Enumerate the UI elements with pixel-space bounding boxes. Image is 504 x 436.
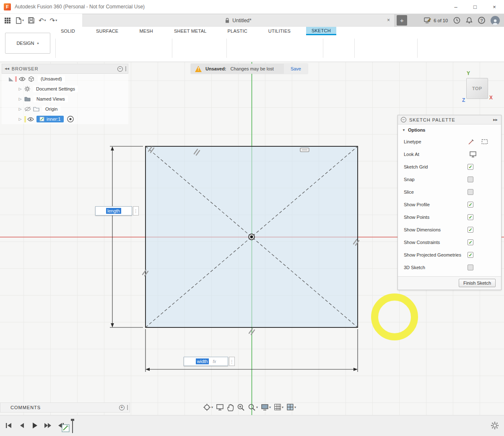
show-projected-geometries-checkbox[interactable]: ✓ — [468, 252, 473, 258]
undo-button[interactable]: ↶▾ — [37, 15, 47, 26]
play-button[interactable] — [30, 421, 39, 430]
expand-icon[interactable]: ▷ — [18, 97, 23, 101]
app-grid-icon[interactable] — [3, 15, 13, 26]
pan-button[interactable] — [226, 403, 235, 411]
fit-button[interactable]: ▾ — [247, 403, 259, 411]
show-dimensions-checkbox[interactable]: ✓ — [468, 227, 473, 233]
selected-sketch-chip[interactable]: inner:1 — [36, 116, 64, 122]
linetype-normal-icon[interactable] — [468, 138, 475, 145]
visibility-off-icon[interactable] — [24, 106, 31, 112]
snap-checkbox[interactable]: ✓ — [468, 176, 473, 182]
tab-sketch[interactable]: SKETCH — [306, 27, 336, 35]
expand-icon[interactable]: ▷ — [18, 87, 23, 91]
dimension-badge-glyph[interactable] — [300, 148, 309, 152]
minimize-panel-icon[interactable]: − — [117, 66, 123, 72]
collapse-panel-icon[interactable]: ◀◀ — [5, 67, 9, 70]
visibility-icon[interactable] — [27, 117, 34, 122]
browser-header[interactable]: ◀◀ BROWSER − — [2, 64, 128, 74]
tab-solid[interactable]: SOLID — [55, 27, 81, 35]
redo-button[interactable]: ↷▾ — [49, 15, 59, 26]
activate-radio-button[interactable] — [67, 116, 74, 122]
timeline-playhead[interactable] — [72, 419, 73, 433]
show-points-checkbox[interactable]: ✓ — [468, 214, 473, 220]
dimension-options-button[interactable]: ⋮ — [229, 357, 235, 366]
root-document-label[interactable]: (Unsaved) — [38, 75, 65, 82]
modeling-canvas[interactable]: ! Unsaved: Changes may be lost Save TOP … — [0, 62, 504, 415]
timeline-bar — [0, 415, 504, 436]
slice-checkbox[interactable]: ✓ — [468, 189, 473, 195]
save-link[interactable]: Save — [284, 64, 308, 74]
minimize-panel-icon[interactable]: − — [401, 117, 406, 122]
sketch-feature-icon[interactable] — [61, 423, 70, 433]
tab-surface[interactable]: SURFACE — [91, 27, 124, 35]
look-at-icon[interactable] — [469, 151, 477, 158]
sketch-palette-header[interactable]: − SKETCH PALETTE ▶▶ — [398, 115, 501, 125]
comments-panel-header[interactable]: COMMENTS + — [0, 402, 130, 413]
timeline-settings-gear-icon[interactable] — [491, 421, 499, 430]
browser-item-label[interactable]: Origin — [42, 106, 60, 112]
browser-item-document-settings[interactable]: ▷ Document Settings — [2, 84, 128, 94]
expand-icon[interactable]: ▷ — [18, 107, 23, 111]
panel-resize-handle[interactable] — [127, 405, 128, 410]
new-tab-button[interactable]: + — [397, 15, 407, 26]
maximize-button[interactable]: □ — [465, 0, 485, 13]
step-forward-button[interactable] — [43, 421, 52, 430]
panel-resize-handle[interactable] — [125, 66, 126, 71]
zoom-button[interactable] — [236, 403, 246, 411]
browser-item-label[interactable]: Named Views — [34, 96, 68, 102]
dimension-options-button[interactable]: ⋮ — [133, 206, 139, 215]
dropdown-icon: ▾ — [22, 18, 24, 22]
tab-utilities[interactable]: UTILITIES — [263, 27, 296, 35]
show-profile-checkbox[interactable]: ✓ — [468, 202, 473, 208]
browser-item-origin[interactable]: ▷ Origin — [2, 104, 128, 114]
options-section-header[interactable]: ▼ Options — [398, 125, 501, 135]
browser-item-named-views[interactable]: ▷ Named Views — [2, 94, 128, 104]
help-button[interactable]: ? — [478, 17, 485, 24]
length-dimension-field[interactable]: length — [95, 206, 132, 215]
viewcube-face-label[interactable]: TOP — [472, 86, 482, 91]
step-back-button[interactable] — [17, 421, 26, 430]
browser-root-row[interactable]: (Unsaved) — [2, 74, 128, 84]
finish-sketch-button[interactable]: Finish Sketch — [459, 279, 496, 287]
viewcube-axis-z: Z — [462, 97, 465, 103]
options-section-label: Options — [408, 127, 426, 132]
look-at-button[interactable] — [215, 404, 225, 411]
minimize-button[interactable]: – — [446, 0, 465, 13]
close-button[interactable]: × — [485, 0, 504, 13]
comments-title: COMMENTS — [10, 405, 41, 410]
document-usage-badge[interactable]: 6 of 10 — [424, 17, 448, 23]
expand-icon[interactable]: ▷ — [18, 117, 23, 121]
go-to-start-button[interactable] — [4, 421, 13, 430]
orbit-button[interactable]: ▾ — [202, 403, 214, 411]
browser-item-label[interactable]: Document Settings — [33, 86, 78, 92]
collapse-panel-icon[interactable]: ▶▶ — [493, 118, 498, 122]
center-point[interactable] — [250, 236, 253, 238]
browser-item-sketch-inner1[interactable]: ▷ inner:1 — [2, 114, 128, 124]
expand-panel-icon[interactable]: + — [119, 405, 125, 410]
sketch-grid-checkbox[interactable]: ✓ — [468, 164, 473, 170]
document-tab[interactable]: Untitled* × — [82, 14, 394, 27]
close-tab-icon[interactable]: × — [387, 18, 390, 23]
tab-sheet-metal[interactable]: SHEET METAL — [169, 27, 212, 35]
show-constraints-checkbox[interactable]: ✓ — [468, 239, 473, 245]
design-workspace-menu[interactable]: DESIGN▾ — [5, 33, 50, 54]
tab-plastic[interactable]: PLASTIC — [222, 27, 253, 35]
width-dimension-field[interactable]: width fx — [184, 357, 228, 366]
3d-sketch-checkbox[interactable]: ✓ — [468, 265, 473, 270]
avatar[interactable] — [491, 16, 500, 25]
file-menu-button[interactable]: ▾ — [14, 15, 25, 26]
visibility-icon[interactable] — [19, 77, 26, 81]
width-dimension-value[interactable]: width — [196, 358, 209, 364]
job-status-icon[interactable] — [453, 17, 460, 24]
browser-item-label[interactable]: inner:1 — [47, 117, 61, 122]
viewcube[interactable]: TOP — [466, 78, 488, 99]
save-button[interactable] — [26, 15, 36, 26]
linetype-construction-icon[interactable] — [481, 138, 488, 145]
dropdown-icon: ▾ — [294, 405, 296, 409]
length-dimension-value[interactable]: length — [106, 208, 121, 214]
notifications-bell-icon[interactable] — [466, 17, 473, 24]
display-settings-button[interactable]: ▾ — [260, 404, 272, 411]
tab-mesh[interactable]: MESH — [134, 27, 158, 35]
grid-and-snaps-button[interactable]: ▾ — [273, 403, 284, 411]
viewports-button[interactable]: ▾ — [286, 403, 297, 411]
